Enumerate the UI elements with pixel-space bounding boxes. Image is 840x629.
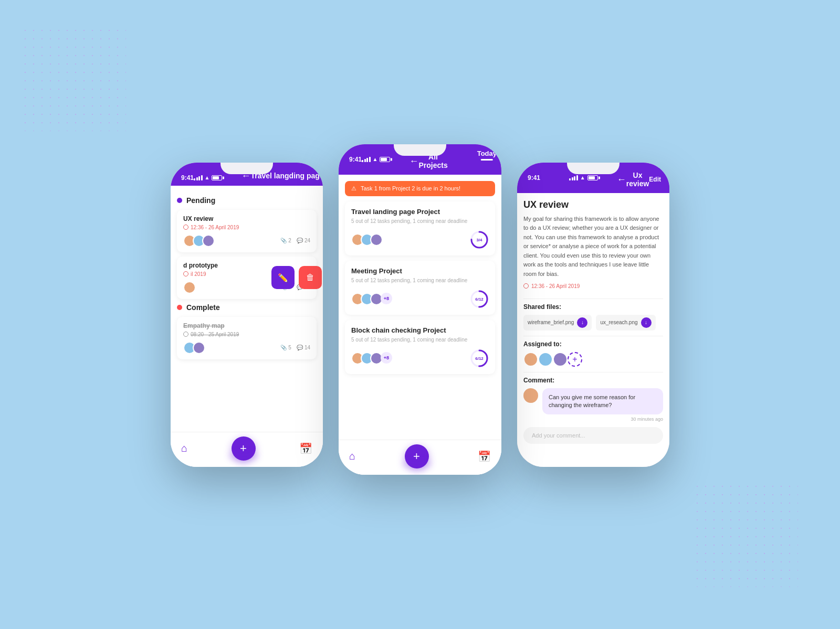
- phone1-fab-container: +: [232, 436, 256, 461]
- phone3-status-icons: ▲: [569, 175, 597, 180]
- phone3-header-title: Ux review: [626, 171, 649, 188]
- project2-progress: 6/12: [470, 290, 489, 308]
- task3-clock-icon: [183, 332, 188, 337]
- phone3-clock-icon: [523, 283, 529, 289]
- phone3-signal: [569, 175, 578, 180]
- phone-1: 9:41 ▲ ← Travel langding page... ⚙: [171, 163, 323, 467]
- project-card-2[interactable]: Meeting Project 5 out of 12 tasks pendin…: [345, 261, 495, 315]
- phone3-comment-row: Can you give me some reason for changing…: [523, 388, 663, 422]
- phone1-complete-header: Complete: [177, 303, 317, 312]
- phone2-alert-banner: ⚠ Task 1 from Project 2 is due in 2 hour…: [345, 181, 495, 196]
- phone2-home-icon[interactable]: ⌂: [349, 450, 355, 462]
- phone3-file-1[interactable]: wireframe_brief.png ↓: [523, 315, 592, 331]
- phone2-tab-month[interactable]: Month: [497, 150, 501, 161]
- phone3-comment-label: Comment:: [523, 377, 663, 384]
- task1-date: 12:36 - 26 April 2019: [183, 225, 310, 230]
- phone3-divider-2: [523, 336, 663, 336]
- task2-actions: ✏️ 🗑: [271, 266, 322, 289]
- task1-meta: 📎 2 💬 24: [280, 238, 310, 243]
- phone3-comment-placeholder: Add your comment...: [532, 432, 585, 439]
- project3-extra: +8: [381, 352, 392, 364]
- phone1-bottom-nav: ⌂ + 📅: [171, 432, 323, 467]
- phone3-add-member-button[interactable]: +: [568, 352, 582, 367]
- task2-avatars: [183, 281, 193, 294]
- task3-avatar-2: [193, 342, 205, 354]
- task3-meta: 📎 5 💬 14: [280, 345, 310, 350]
- project-card-1[interactable]: Travel landing page Project 5 out of 12 …: [345, 201, 495, 255]
- phone1-home-icon[interactable]: ⌂: [181, 442, 187, 454]
- phone3-battery-icon: [587, 175, 598, 180]
- project2-progress-text: 6/12: [475, 296, 484, 301]
- phone1-pending-dot: [177, 198, 182, 203]
- task2-clock-icon: [183, 271, 188, 276]
- phone3-detail-header: UX review My goal for sharing this frame…: [523, 199, 663, 294]
- phone2-notch: [394, 144, 446, 156]
- task2-edit-button[interactable]: ✏️: [271, 266, 295, 289]
- phone2-alert-text: Task 1 from Project 2 is due in 2 hours!: [361, 185, 460, 191]
- phone1-notch: [220, 163, 273, 174]
- task1-comments: 💬 24: [297, 238, 310, 243]
- task1-attachments: 📎 2: [280, 238, 291, 243]
- phone2-bottom-nav: ⌂ + 📅: [339, 440, 501, 475]
- project1-progress: 3/4: [470, 230, 489, 249]
- phone3-file2-download[interactable]: ↓: [641, 317, 652, 328]
- project-card-3[interactable]: Block chain checking Project 5 out of 12…: [345, 320, 495, 374]
- project3-desc: 5 out of 12 tasks pending, 1 coming near…: [351, 336, 489, 344]
- assign-avatar-1: [523, 352, 538, 367]
- phone3-detail-title: UX review: [523, 199, 663, 210]
- task2-avatar-1: [183, 281, 196, 294]
- phone3-commenter-avatar: [523, 388, 538, 403]
- project3-progress: 6/12: [470, 349, 489, 368]
- task-card-2[interactable]: d prototype il 2019 📎 5: [177, 257, 317, 299]
- phone2-fab-shadow: [401, 460, 433, 468]
- task-card-3[interactable]: Empathy map 08:20 - 25 April 2019 📎: [177, 317, 317, 359]
- project2-extra: +8: [381, 293, 392, 304]
- phone3-comment-input[interactable]: Add your comment...: [523, 427, 663, 444]
- task3-attachments: 📎 5: [280, 345, 291, 350]
- task3-avatars: [183, 342, 202, 354]
- project1-avatar-3: [370, 233, 383, 246]
- phone3-scroll: UX review My goal for sharing this frame…: [517, 193, 669, 467]
- phone2-signal: [362, 157, 371, 162]
- phone1-time: 9:41: [181, 174, 194, 182]
- phone3-back-button[interactable]: ←: [617, 175, 626, 184]
- phone1-pending-label: Pending: [186, 196, 215, 205]
- phone3-assign-row: +: [523, 352, 663, 367]
- project3-title: Block chain checking Project: [351, 326, 489, 334]
- phone3-detail-body: My goal for sharing this framework is to…: [523, 215, 663, 279]
- phone1-complete-dot: [177, 305, 182, 310]
- task3-comments: 💬 14: [297, 345, 310, 350]
- phone2-back-button[interactable]: ←: [409, 156, 418, 166]
- phone1-content: Pending UX review 12:36 - 26 April 2019: [171, 186, 323, 467]
- phone2-status-bar: 9:41 ▲: [339, 150, 401, 166]
- phone1-scroll: Pending UX review 12:36 - 26 April 2019: [171, 186, 323, 432]
- phone2-tab-today[interactable]: Today: [477, 150, 497, 161]
- assign-avatar-3: [553, 352, 568, 367]
- phone3-file1-download[interactable]: ↓: [577, 317, 587, 328]
- phone-2: 9:41 ▲ ← All Projects Today Month: [339, 144, 501, 475]
- project1-progress-text: 3/4: [476, 237, 482, 242]
- project1-desc: 5 out of 12 tasks pending, 1 coming near…: [351, 218, 489, 225]
- phone3-file1-name: wireframe_brief.png: [528, 319, 574, 325]
- phone1-calendar-icon[interactable]: 📅: [299, 442, 312, 455]
- phone2-fab-container: +: [405, 444, 429, 468]
- phone3-file-2[interactable]: ux_reseach.png ↓: [596, 315, 655, 331]
- project3-avatars: +8: [351, 352, 392, 365]
- phone3-content: UX review My goal for sharing this frame…: [517, 193, 669, 467]
- phone3-detail-date: 12:36 - 26 April 2019: [523, 283, 663, 289]
- phone2-time: 9:41: [349, 156, 362, 163]
- phone3-files-row: wireframe_brief.png ↓ ux_reseach.png ↓: [523, 315, 663, 331]
- phone3-file2-name: ux_reseach.png: [600, 319, 637, 325]
- phone1-pending-header: Pending: [177, 196, 317, 205]
- project3-footer: +8 6/12: [351, 349, 489, 368]
- project2-title: Meeting Project: [351, 267, 489, 275]
- assign-avatar-2: [538, 352, 553, 367]
- task-card-1[interactable]: UX review 12:36 - 26 April 2019: [177, 210, 317, 252]
- task2-delete-button[interactable]: 🗑: [299, 266, 322, 289]
- project1-title: Travel landing page Project: [351, 208, 489, 216]
- phone2-content: ⚠ Task 1 from Project 2 is due in 2 hour…: [339, 175, 501, 475]
- task1-footer: 📎 2 💬 24: [183, 234, 310, 247]
- phone3-edit-button[interactable]: Edit: [649, 176, 661, 183]
- project3-progress-text: 6/12: [475, 356, 484, 360]
- phone2-calendar-icon[interactable]: 📅: [478, 450, 491, 463]
